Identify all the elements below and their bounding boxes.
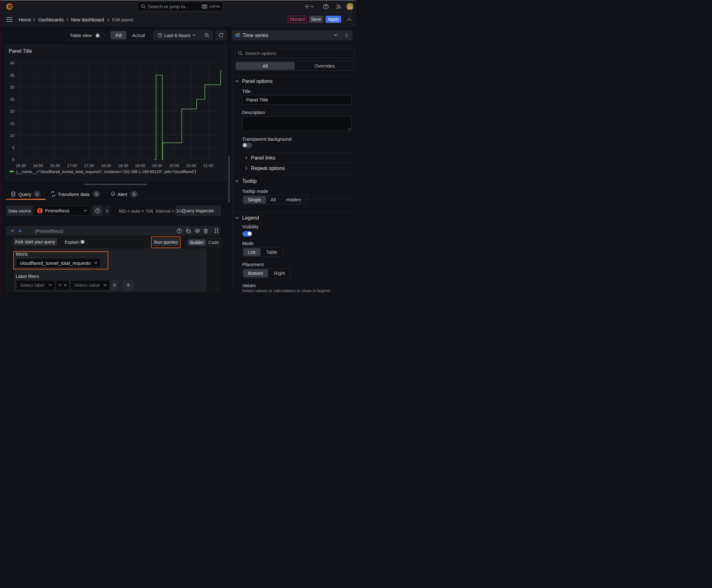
svg-text:18:00: 18:00 — [101, 163, 111, 168]
svg-text:{__name__="cloudflared_tunnel_: {__name__="cloudflared_tunnel_total_requ… — [16, 169, 196, 174]
svg-text:30: 30 — [10, 85, 15, 89]
svg-text:15:30: 15:30 — [16, 163, 26, 168]
svg-text:17:30: 17:30 — [84, 163, 94, 168]
svg-text:35: 35 — [10, 73, 15, 78]
svg-text:16:00: 16:00 — [33, 163, 43, 168]
svg-text:18:30: 18:30 — [118, 163, 128, 168]
svg-text:19:00: 19:00 — [135, 163, 145, 168]
svg-text:17:00: 17:00 — [67, 163, 77, 168]
svg-text:10: 10 — [10, 133, 15, 138]
svg-text:20: 20 — [10, 109, 15, 114]
svg-text:25: 25 — [10, 97, 15, 102]
svg-text:21:00: 21:00 — [203, 163, 214, 168]
svg-text:5: 5 — [12, 145, 15, 150]
svg-text:0: 0 — [12, 158, 15, 162]
svg-text:16:30: 16:30 — [50, 163, 60, 168]
svg-text:20:30: 20:30 — [186, 163, 196, 168]
svg-text:19:30: 19:30 — [152, 163, 162, 168]
svg-text:15: 15 — [10, 121, 15, 126]
svg-text:20:00: 20:00 — [169, 163, 179, 168]
svg-text:40: 40 — [10, 61, 15, 65]
